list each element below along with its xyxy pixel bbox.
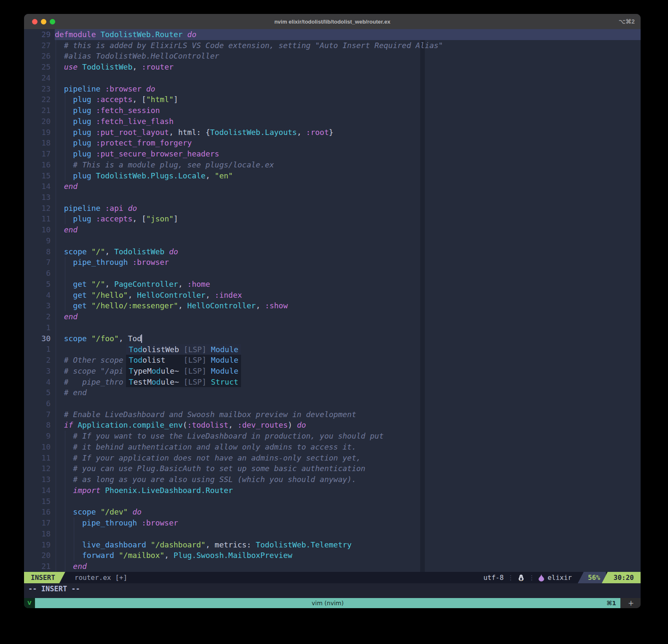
- filetype-label: elixir: [547, 574, 572, 582]
- line-number: 30: [24, 333, 55, 344]
- completion-item[interactable]: Todolist[LSP]Module: [126, 355, 241, 366]
- indent-guide: [56, 517, 56, 528]
- terminal-tab-bar: V vim (nvim) ⌘1 +: [24, 598, 641, 608]
- code-line[interactable]: 9: [24, 235, 641, 246]
- file-name: router.ex [+]: [75, 574, 127, 582]
- line-number: 6: [24, 398, 55, 409]
- indent-guide: [56, 246, 56, 257]
- code-line[interactable]: 18: [24, 528, 641, 539]
- code-line[interactable]: 16 scope "/dev" do: [24, 507, 641, 517]
- code-line[interactable]: 20 plug :fetch_live_flash: [24, 116, 641, 127]
- code-line[interactable]: 26 #alias TodolistWeb.HelloController: [24, 51, 641, 62]
- completion-item[interactable]: TestModule~[LSP]Struct: [126, 377, 241, 388]
- indent-guide: [56, 409, 56, 420]
- indent-guide: [56, 387, 56, 398]
- line-number: 23: [24, 84, 55, 94]
- elixir-drop-icon: [539, 574, 544, 582]
- code-line[interactable]: 2 end: [24, 311, 641, 322]
- line-number: 17: [24, 148, 55, 159]
- code-line[interactable]: 11 plug :accepts, ["json"]: [24, 213, 641, 224]
- indent-guide: [56, 528, 56, 539]
- code-line[interactable]: 13: [24, 192, 641, 203]
- code-line[interactable]: 9 # If you want to use the LiveDashboard…: [24, 431, 641, 442]
- indent-guide: [56, 442, 56, 453]
- code-line[interactable]: 6: [24, 398, 641, 409]
- mode-indicator: INSERT: [24, 572, 65, 583]
- code-line[interactable]: 4 get "/hello", HelloController, :index: [24, 290, 641, 301]
- code-line[interactable]: 10 # it behind authentication and allow …: [24, 442, 641, 453]
- indent-guide: [56, 507, 56, 517]
- code-line[interactable]: 23 pipeline :browser do: [24, 84, 641, 94]
- minimize-window-button[interactable]: [41, 19, 46, 24]
- code-line[interactable]: 6: [24, 268, 641, 279]
- text-cursor: [141, 334, 142, 343]
- line-number: 21: [24, 561, 55, 572]
- code-line[interactable]: 17 plug :put_secure_browser_headers: [24, 148, 641, 159]
- code-line[interactable]: 12 # you can use Plug.BasicAuth to set u…: [24, 463, 641, 474]
- indent-guide: [65, 474, 65, 485]
- completion-item[interactable]: TodolistWeb[LSP]Module: [126, 344, 241, 355]
- code-line[interactable]: 16 # This is a module plug, see plugs/lo…: [24, 159, 641, 170]
- code-line[interactable]: 5 get "/", PageController, :home: [24, 279, 641, 290]
- code-line[interactable]: 3 # scope "/api: [24, 366, 641, 377]
- code-line[interactable]: 12 pipeline :api do: [24, 203, 641, 214]
- line-number: 4: [24, 377, 55, 388]
- code-line[interactable]: 14 import Phoenix.LiveDashboard.Router: [24, 485, 641, 496]
- code-line[interactable]: 13 # as long as you are also using SSL (…: [24, 474, 641, 485]
- completion-item[interactable]: TypeModule~[LSP]Module: [126, 366, 241, 377]
- code-line[interactable]: 22 plug :accepts, ["html"]: [24, 94, 641, 105]
- line-number: 19: [24, 539, 55, 550]
- indent-guide: [56, 224, 56, 235]
- code-line[interactable]: 21 plug :fetch_session: [24, 105, 641, 116]
- code-line[interactable]: 24: [24, 73, 641, 84]
- code-line[interactable]: 19 plug :put_root_layout, html: {Todolis…: [24, 127, 641, 138]
- close-window-button[interactable]: [32, 19, 38, 24]
- code-line[interactable]: 20 forward "/mailbox", Plug.Swoosh.Mailb…: [24, 550, 641, 561]
- code-line[interactable]: 18 plug :protect_from_forgery: [24, 137, 641, 148]
- line-number: 3: [24, 300, 55, 311]
- indent-guide: [56, 355, 56, 366]
- code-line[interactable]: 7 pipe_through :browser: [24, 257, 641, 268]
- context-line[interactable]: 29defmodule TodolistWeb.Router do: [24, 29, 641, 40]
- code-line[interactable]: 27 # this is added by ElixirLS VS Code e…: [24, 40, 641, 51]
- title-bar: nvim elixir/todolist/lib/todolist_web/ro…: [24, 14, 641, 29]
- indent-guide: [56, 485, 56, 496]
- indent-guide: [56, 496, 56, 507]
- code-line[interactable]: 15: [24, 496, 641, 507]
- code-line[interactable]: 1: [24, 344, 641, 355]
- code-line[interactable]: 5 # end: [24, 387, 641, 398]
- code-line[interactable]: 8 if Application.compile_env(:todolist, …: [24, 420, 641, 431]
- line-number: 29: [24, 29, 55, 40]
- line-number: 12: [24, 463, 55, 474]
- indent-guide: [56, 366, 56, 377]
- line-number: 5: [24, 387, 55, 398]
- line-number: 10: [24, 442, 55, 453]
- code-line[interactable]: 19 live_dashboard "/dashboard", metrics:…: [24, 539, 641, 550]
- vim-icon: V: [24, 598, 35, 608]
- code-line[interactable]: 25 use TodolistWeb, :router: [24, 62, 641, 73]
- tab-vim[interactable]: vim (nvim) ⌘1: [35, 598, 620, 608]
- indent-guide: [65, 453, 65, 463]
- new-tab-button[interactable]: +: [621, 598, 641, 608]
- editor-area[interactable]: 29defmodule TodolistWeb.Router do27 # th…: [24, 29, 641, 572]
- code-line[interactable]: 2 # Other scope: [24, 355, 641, 366]
- code-line[interactable]: 30 scope "/foo", Tod: [24, 333, 641, 344]
- indent-guide: [65, 105, 65, 116]
- code-line[interactable]: 8 scope "/", TodolistWeb do: [24, 246, 641, 257]
- indent-guide: [56, 300, 56, 311]
- code-line[interactable]: 17 pipe_through :browser: [24, 517, 641, 528]
- code-line[interactable]: 7 # Enable LiveDashboard and Swoosh mail…: [24, 409, 641, 420]
- code-line[interactable]: 1: [24, 322, 641, 333]
- code-line[interactable]: 10 end: [24, 224, 641, 235]
- code-line[interactable]: 21 end: [24, 561, 641, 572]
- code-line[interactable]: 15 plug TodolistWeb.Plugs.Locale, "en": [24, 170, 641, 181]
- indent-guide: [56, 40, 56, 51]
- code-line[interactable]: 14 end: [24, 181, 641, 192]
- code-line[interactable]: 4 # pipe_thro: [24, 377, 641, 388]
- zoom-window-button[interactable]: [50, 19, 55, 24]
- indent-guide: [56, 268, 56, 279]
- code-line[interactable]: 11 # If your application does not have a…: [24, 453, 641, 463]
- indent-guide: [74, 517, 74, 528]
- indent-guide: [65, 507, 65, 517]
- code-line[interactable]: 3 get "/hello/:messenger", HelloControll…: [24, 300, 641, 311]
